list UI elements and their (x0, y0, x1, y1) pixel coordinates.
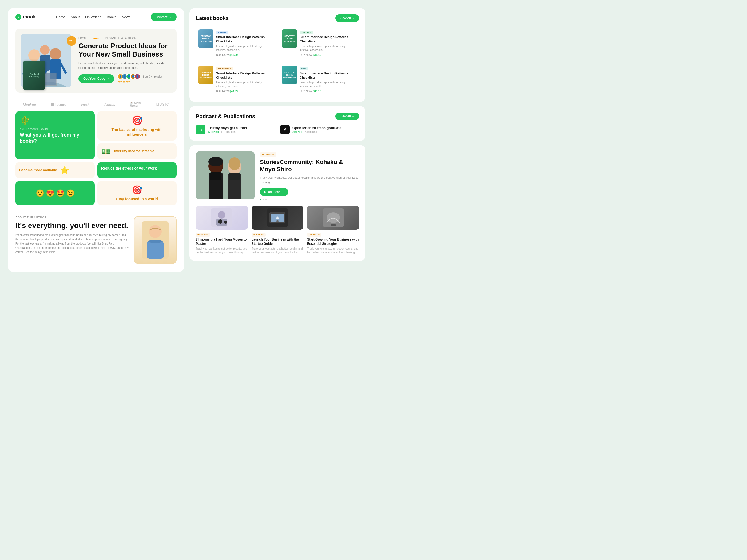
about-photo (134, 216, 177, 264)
book-name-2: Smart Interface Design Patterns Checklis… (300, 35, 356, 44)
book-desc-1: Learn a logic-driven approach to design … (216, 45, 273, 52)
book-cover-label: Feel-GoodProductivity (29, 73, 40, 78)
story-featured-title: StoriesCommunity: Kohaku & Moyo Shiro (260, 159, 359, 173)
hero-inner: NY T Feel-GoodProductivity FROM THE amaz… (16, 29, 177, 92)
book-thumb-3: STRATEGY DESIGN ENGINEERING (199, 65, 213, 84)
latest-books-title: Latest books (196, 15, 229, 21)
book-thumb-2: STRATEGY DESIGN ENGINEERING (282, 29, 297, 48)
podcast-text-2: Open letter for fresh graduate Self Help… (292, 126, 341, 133)
amazon-brand: amazon (93, 36, 104, 40)
skills-grid: 🌵 SKILLS YOU'LL GAIN What you will get f… (8, 111, 184, 211)
nav-onwriting[interactable]: On Writing (85, 15, 101, 19)
svg-point-2 (28, 49, 40, 61)
book-thumb-4: STRATEGY DESIGN ENGINEERING (282, 65, 297, 84)
brand-rose: rosé (81, 102, 89, 107)
book-card-3: STRATEGY DESIGN ENGINEERING AUDIO ONLY S… (196, 63, 276, 96)
book-badge-3: AUDIO ONLY (216, 67, 233, 71)
nav-news[interactable]: News (122, 15, 130, 19)
hero-source-prefix: FROM THE (78, 37, 92, 40)
story-featured-desc: Track your workouts, get better results,… (260, 176, 359, 184)
book-desc-2: Learn a logic-driven approach to design … (300, 45, 356, 52)
hero-section: NY T Feel-GoodProductivity FROM THE amaz… (8, 26, 184, 98)
nyt-badge: NY T (67, 36, 76, 46)
marketing-icon: 🎯 (131, 115, 143, 126)
diversify-card: 💵 Diversify income streams. (97, 143, 177, 159)
book-badge-4: SALE (300, 67, 308, 71)
story-featured-badge: BUSINESS (260, 152, 276, 157)
book-desc-3: Learn a logic-driven approach to design … (216, 81, 273, 88)
hero-source: FROM THE amazon BEST-SELLING AUTHOR (78, 36, 171, 40)
emoji-card: 🙂 😍 🤩 😉 (16, 181, 95, 205)
diversify-text: Diversify income streams. (112, 149, 156, 154)
podcast-read-2: 5 min read (305, 130, 317, 133)
brand-music: MUSIC (156, 103, 170, 106)
about-label: ABOUT THE AUTHOR (16, 216, 129, 219)
cactus-icon: 🌵 (20, 115, 91, 126)
reader-text: from 3k+ reader (143, 75, 162, 78)
brand-iconic: Iconic (51, 102, 66, 107)
story-card-badge-2: BUSINESS (252, 233, 266, 237)
view-all-books-button[interactable]: View All → (335, 15, 359, 22)
hero-source-suffix: BEST-SELLING AUTHOR (105, 37, 136, 40)
hero-image-area: NY T Feel-GoodProductivity (21, 34, 74, 87)
nav-books[interactable]: Books (107, 15, 116, 19)
book-info-4: SALE Smart Interface Design Patterns Che… (300, 65, 356, 93)
podcast-title: Podcast & Publications (196, 113, 255, 119)
focused-card: 🎯 Stay focused in a world (97, 181, 177, 205)
view-all-podcast-button[interactable]: View All → (335, 112, 359, 120)
story-card-1: BUSINESS 7 Impossibly Hard Yoga Moves to… (196, 206, 248, 255)
brand-coffee: ☕ coffeestudio (130, 102, 141, 107)
stress-card: Reduce the stress of your work (97, 162, 177, 179)
book-price-value-1: $41.99 (229, 54, 238, 56)
logo-text: ibook (23, 14, 36, 20)
money-icon: 💵 (101, 147, 110, 156)
book-badge-2: JUST OUT (300, 31, 313, 34)
svg-point-19 (148, 240, 163, 243)
svg-point-31 (218, 211, 226, 219)
stars-icon: ⭐ (60, 166, 69, 175)
svg-point-10 (40, 45, 50, 55)
podcast-meta-2: Self Help 5 min read (292, 130, 341, 133)
emoji-wink: 😉 (66, 189, 75, 197)
svg-rect-21 (196, 152, 255, 199)
book-price-4: BUY NOW $45.10 (300, 90, 356, 93)
podcast-tag-2: Self Help (292, 130, 303, 133)
books-grid: STRATEGY DESIGN ENGINEERING E-BOOK Smart… (196, 27, 359, 96)
book-card-2: STRATEGY DESIGN ENGINEERING JUST OUT Sma… (279, 27, 359, 59)
story-card-img-2 (252, 206, 304, 230)
book-price-value-4: $45.10 (313, 90, 321, 93)
story-grid: BUSINESS 7 Impossibly Hard Yoga Moves to… (196, 206, 359, 255)
stories-section: BUSINESS StoriesCommunity: Kohaku & Moyo… (189, 145, 365, 261)
dot-3 (265, 199, 267, 200)
emoji-fire: 🤩 (56, 189, 65, 197)
story-card-badge-3: BUSINESS (307, 233, 321, 237)
nav-home[interactable]: Home (56, 15, 66, 19)
story-featured-image (196, 152, 255, 199)
logo-icon: i (16, 14, 21, 20)
hero-cta-row: Get Your Copy → 👤 👤 👤 👤 👤 from 3k+ reade… (78, 74, 171, 83)
story-card-img-3 (307, 206, 359, 230)
story-card-title-1: 7 Impossibly Hard Yoga Moves to Master (196, 238, 248, 246)
podcast-items: ♫ Thirthy days get a Jobs Self Help 11 E… (196, 125, 359, 134)
get-copy-button[interactable]: Get Your Copy → (78, 74, 114, 83)
svg-point-41 (327, 212, 340, 223)
svg-rect-29 (229, 173, 239, 180)
book-price-value-2: $45.10 (313, 54, 321, 56)
avatar-stack: 👤 👤 👤 👤 👤 (118, 74, 140, 79)
svg-point-6 (50, 48, 61, 60)
hero-description: Learn how to find ideas for your next bu… (78, 61, 171, 70)
read-more-button[interactable]: Read more → (260, 188, 288, 196)
nav-about[interactable]: About (71, 15, 80, 19)
svg-rect-18 (147, 241, 164, 259)
skills-main-card: 🌵 SKILLS YOU'LL GAIN What you will get f… (16, 111, 95, 159)
book-name-4: Smart Interface Design Patterns Checklis… (300, 72, 356, 80)
latest-books-section: Latest books View All → STRATEGY DESIGN … (189, 8, 365, 102)
contact-button[interactable]: Contact → (151, 13, 177, 21)
brand-mockup: Mockup (23, 103, 36, 107)
book-name-1: Smart Interface Design Patterns Checklis… (216, 35, 273, 44)
valuable-card: Become more valuable. ⭐ (16, 162, 95, 179)
svg-point-20 (149, 225, 161, 237)
svg-rect-28 (210, 172, 222, 180)
podcast-item-spotify: ♫ Thirthy days get a Jobs Self Help 11 E… (196, 125, 275, 134)
medium-icon: M (280, 125, 290, 134)
